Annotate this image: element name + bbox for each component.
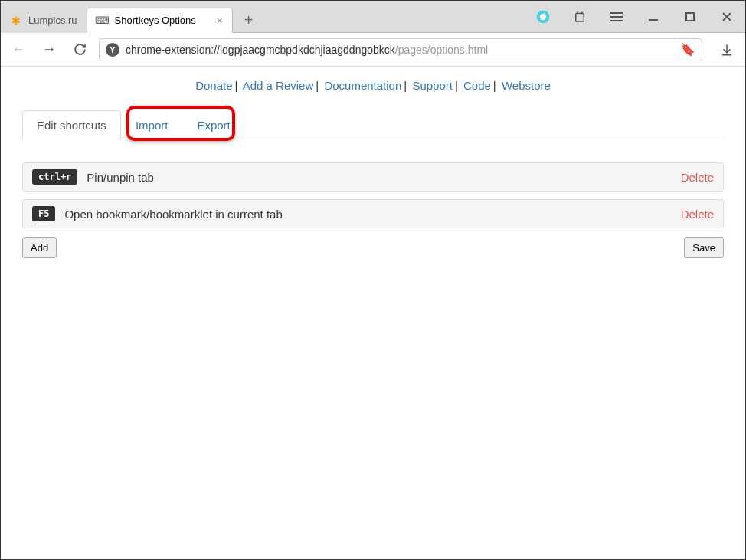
tab-title: Lumpics.ru — [28, 15, 77, 26]
top-links: Donate| Add a Review| Documentation| Sup… — [22, 67, 724, 110]
svg-rect-3 — [610, 12, 623, 14]
delete-button[interactable]: Delete — [681, 171, 714, 184]
svg-rect-7 — [686, 13, 694, 21]
site-identity-icon: Y — [106, 43, 119, 57]
url-text: chrome-extension://logpjaacgmcbpdkdchjia… — [126, 44, 674, 56]
review-link[interactable]: Add a Review — [243, 79, 314, 92]
support-link[interactable]: Support — [412, 79, 453, 92]
add-button[interactable]: Add — [22, 237, 57, 258]
shortcut-row[interactable]: F5 Open bookmark/bookmarklet in current … — [22, 199, 724, 228]
webstore-link[interactable]: Webstore — [502, 79, 551, 92]
lumpics-favicon-icon: ✱ — [10, 15, 22, 27]
tab-lumpics[interactable]: ✱ Lumpics.ru — [1, 8, 87, 33]
yandex-zen-icon[interactable] — [525, 1, 561, 33]
shortcut-label: Open bookmark/bookmarklet in current tab — [64, 208, 680, 221]
keyboard-icon: ⌨ — [97, 15, 109, 27]
code-link[interactable]: Code — [463, 79, 491, 92]
svg-rect-2 — [576, 13, 584, 21]
svg-rect-6 — [649, 19, 658, 21]
tab-edit-shortcuts[interactable]: Edit shortcuts — [22, 110, 121, 139]
extensions-icon[interactable] — [561, 1, 598, 33]
donate-link[interactable]: Donate — [195, 79, 232, 92]
bottom-row: Add Save — [22, 237, 724, 258]
maximize-button[interactable] — [672, 1, 708, 33]
svg-rect-4 — [610, 16, 623, 18]
key-badge: ctrl+r — [32, 169, 77, 185]
delete-button[interactable]: Delete — [681, 208, 714, 221]
address-bar: ← → Y chrome-extension://logpjaacgmcbpdk… — [1, 33, 745, 67]
forward-button[interactable]: → — [38, 38, 61, 61]
shortcut-row[interactable]: ctrl+r Pin/unpin tab Delete — [22, 162, 724, 192]
close-icon[interactable]: × — [216, 15, 222, 27]
browser-tab-bar: ✱ Lumpics.ru ⌨ Shortkeys Options × + — [1, 1, 745, 33]
back-button[interactable]: ← — [7, 38, 30, 61]
new-tab-button[interactable]: + — [237, 8, 261, 33]
tab-import[interactable]: Import — [121, 110, 183, 139]
downloads-button[interactable] — [715, 38, 739, 61]
tab-shortkeys[interactable]: ⌨ Shortkeys Options × — [87, 8, 233, 33]
svg-point-1 — [540, 13, 546, 19]
shortcut-label: Pin/unpin tab — [87, 171, 680, 184]
save-button[interactable]: Save — [684, 237, 724, 258]
shortcut-list: ctrl+r Pin/unpin tab Delete F5 Open book… — [22, 162, 724, 228]
tab-title: Shortkeys Options — [115, 15, 201, 26]
svg-rect-5 — [610, 20, 623, 21]
key-badge: F5 — [32, 206, 55, 221]
docs-link[interactable]: Documentation — [324, 79, 401, 92]
page-content: Donate| Add a Review| Documentation| Sup… — [1, 67, 745, 258]
menu-icon[interactable] — [598, 1, 635, 33]
url-input[interactable]: Y chrome-extension://logpjaacgmcbpdkdchj… — [99, 38, 702, 61]
minimize-button[interactable] — [635, 1, 672, 33]
reload-button[interactable] — [68, 38, 91, 61]
tabs-nav: Edit shortcuts Import Export — [22, 110, 724, 139]
bookmark-icon[interactable]: 🔖 — [680, 42, 695, 57]
tab-export[interactable]: Export — [182, 110, 244, 139]
close-window-button[interactable] — [708, 1, 745, 33]
